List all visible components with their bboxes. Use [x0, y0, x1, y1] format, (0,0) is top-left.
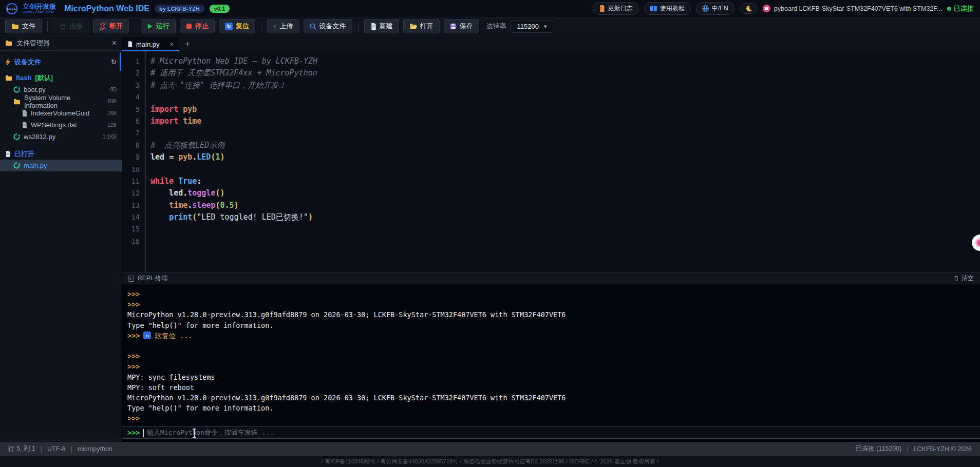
device-name: pyboard LCKFB-SkyStar-STM32F407VET6 with…: [774, 5, 942, 12]
baud-rate-select[interactable]: 115200 ▾: [511, 20, 554, 33]
code-lines: # MicroPython Web IDE — by LCKFB-YZH# 适用…: [146, 51, 980, 272]
repl-line: >>>↻软复位 ...: [127, 330, 980, 341]
broken-link-icon: [99, 23, 106, 30]
flash-root-folder[interactable]: flash [默认]: [0, 72, 122, 84]
cursor-position: 行 5, 列 1: [8, 444, 35, 453]
device-files-section[interactable]: 设备文件 ↻: [0, 56, 122, 68]
upload-arrow-icon: ↑: [273, 23, 277, 30]
repl-input[interactable]: 输入MicroPython命令，按回车发送 ...: [147, 428, 274, 437]
play-icon: [147, 23, 153, 30]
line-number: 3: [122, 80, 145, 91]
repl-output[interactable]: >>>>>>MicroPython v1.28.0-preview.313.g0…: [122, 285, 980, 426]
main-area: 文件管理器 × 设备文件 ↻ flash [默认] boot.py: [0, 35, 980, 442]
disconnect-button[interactable]: 断开: [93, 19, 129, 33]
run-button[interactable]: 运行: [141, 19, 176, 33]
opened-file-main-py[interactable]: main.py: [0, 160, 122, 171]
close-sidebar-icon[interactable]: ×: [112, 38, 117, 48]
line-number: 16: [122, 236, 145, 247]
clear-repl-button[interactable]: 清空: [954, 274, 974, 283]
code-line: import time: [150, 115, 980, 127]
baud-rate-label: 波特率: [486, 22, 506, 31]
doc-icon: [127, 41, 133, 47]
brand-url: WWW.LCKFB.COM: [23, 11, 56, 14]
opened-file-name: main.py: [24, 162, 47, 169]
refresh-icon[interactable]: ↻: [111, 58, 117, 66]
line-number: 8: [122, 140, 145, 151]
save-button[interactable]: 保存: [444, 19, 479, 33]
logo-mark: LCSC: [7, 7, 16, 10]
repl-line: >>>: [127, 299, 980, 309]
theme-toggle-button[interactable]: [740, 3, 758, 14]
status-divider: |: [907, 445, 908, 453]
connect-button[interactable]: 连接: [53, 19, 89, 33]
toolbar: 文件 连接 断开 运行 停止 ↻ 复位 ↑ 上传 设: [0, 17, 980, 35]
code-line: time.sleep(0.5): [150, 200, 980, 211]
repl-terminal: >>>>>>MicroPython v1.28.0-preview.313.g0…: [122, 285, 980, 442]
file-row-ws2812-py[interactable]: ws2812.py 1.1KB: [0, 131, 122, 143]
stop-button-label: 停止: [195, 22, 209, 31]
file-manager-title: 文件管理器: [16, 38, 50, 48]
device-files-section-label: 设备文件: [14, 57, 41, 67]
floppy-icon: [450, 23, 457, 30]
folder-icon: [11, 23, 19, 30]
code-line: import pyb: [150, 104, 980, 115]
line-number: 13: [122, 200, 145, 211]
opened-files-section[interactable]: 已打开: [0, 148, 122, 160]
code-line: print("LED toggled! LED已切换!"): [150, 211, 980, 223]
language-toggle-button[interactable]: 中/EN: [696, 2, 734, 15]
language-mode: micropython: [78, 445, 112, 453]
stop-button[interactable]: 停止: [180, 19, 215, 33]
new-button-label: 新建: [380, 22, 393, 31]
tutorial-button[interactable]: 使用教程: [644, 2, 691, 15]
file-button-label: 文件: [22, 22, 35, 31]
new-button[interactable]: 新建: [364, 19, 399, 33]
file-row-system-volume-information[interactable]: System Volume Information DIR: [0, 95, 122, 107]
code-line: while True:: [150, 176, 980, 187]
code-editor[interactable]: 12345678910111213141516 # MicroPython We…: [122, 51, 980, 272]
lcsc-logo: LCSC: [6, 3, 17, 14]
editor-column: main.py × + 12345678910111213141516 # Mi…: [122, 35, 980, 442]
tab-bar: main.py × +: [122, 35, 980, 51]
file-icon: [22, 110, 27, 116]
tab-close-icon[interactable]: ×: [169, 41, 174, 48]
connection-status: 已连接: [947, 4, 974, 13]
folder-icon: [13, 99, 21, 105]
toolbar-separator: [261, 21, 261, 31]
repl-line: >>>: [127, 413, 980, 423]
lightning-icon: [5, 59, 11, 66]
repl-input-row: >>> 输入MicroPython命令，按回车发送 ...: [122, 426, 980, 439]
chevron-down-icon: ▾: [544, 23, 547, 30]
folder-icon: [5, 40, 12, 46]
file-manager-sidebar: 文件管理器 × 设备文件 ↻ flash [默认] boot.py: [0, 35, 122, 442]
repl-line: >>>: [127, 351, 980, 361]
changelog-button[interactable]: 更新日志: [593, 2, 639, 15]
repl-line: [127, 341, 980, 351]
upload-button[interactable]: ↑ 上传: [267, 19, 299, 33]
status-bar: 行 5, 列 1 | UTF-8 | micropython 已连接 (1152…: [0, 442, 980, 456]
python-file-icon: [13, 86, 20, 93]
code-line: [150, 127, 980, 139]
open-button[interactable]: 打开: [403, 19, 440, 33]
toolbar-separator: [47, 21, 48, 31]
disconnect-button-label: 断开: [109, 22, 123, 31]
new-tab-button[interactable]: +: [179, 37, 196, 51]
repl-line: Type "help()" for more information.: [127, 403, 980, 413]
device-files-button[interactable]: 设备文件: [304, 19, 352, 33]
upload-button-label: 上传: [280, 22, 293, 31]
baud-rate-value: 115200: [517, 23, 539, 30]
file-button[interactable]: 文件: [5, 19, 42, 33]
open-button-label: 打开: [420, 22, 434, 31]
repl-header: REPL 终端 清空: [122, 272, 980, 285]
repl-title: REPL 终端: [138, 274, 167, 283]
line-number: 1: [122, 55, 145, 67]
code-line: [150, 91, 980, 103]
reset-button[interactable]: ↻ 复位: [219, 19, 255, 33]
file-name: System Volume Information: [24, 94, 104, 109]
soft-reset-icon: ↻: [143, 332, 151, 339]
sidebar-scrollbar[interactable]: [120, 52, 121, 71]
file-row-wpsettings-dat[interactable]: WPSettings.dat 12B: [0, 119, 122, 131]
reset-button-label: 复位: [236, 22, 249, 31]
save-button-label: 保存: [460, 22, 473, 31]
tab-main-py[interactable]: main.py ×: [122, 37, 179, 51]
language-label: 中/EN: [712, 4, 728, 13]
